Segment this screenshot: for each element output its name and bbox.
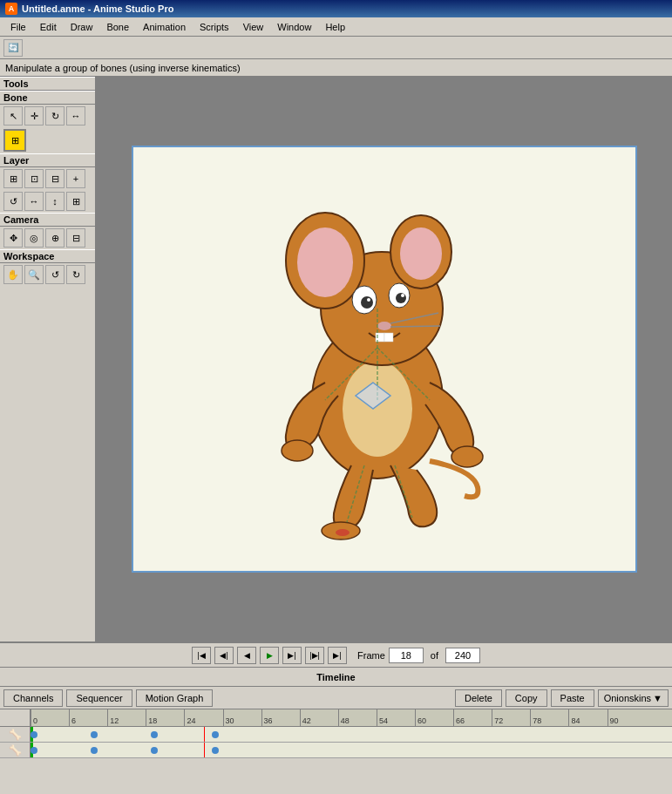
kf-2-3 [212,747,219,754]
tools-title: Tools [0,77,95,91]
camera-pan-btn[interactable]: ✥ [3,228,23,248]
select-bone-btn[interactable]: ↖ [3,106,23,126]
copy-btn[interactable]: Copy [506,689,547,707]
camera-zoom-btn[interactable]: ⊕ [45,228,64,248]
ruler-left [0,709,31,726]
main-content: Tools Bone ↖ ✛ ↻ ↔ ⊞ Layer ⊞ ⊡ ⊟ + ↺ ↔ ↕… [0,77,672,641]
ws-undo-btn[interactable]: ↺ [45,265,64,284]
menu-animation[interactable]: Animation [136,20,193,34]
tab-channels[interactable]: Channels [3,689,63,707]
menu-bone[interactable]: Bone [99,20,136,34]
next-keyframe-btn[interactable]: |▶| [305,647,324,664]
onionskins-btn[interactable]: Onionskins ▼ [598,689,669,707]
menu-scripts[interactable]: Scripts [193,20,236,34]
go-start-btn[interactable]: |◀ [192,647,211,664]
timeline-tabs: Channels Sequencer Motion Graph Delete C… [0,687,672,709]
status-text: Manipulate a group of bones (using inver… [5,63,241,73]
ruler-tick-72: 72 [492,709,503,726]
toolbar-rotate-btn[interactable]: 🔄 [3,39,23,57]
next-frame-btn[interactable]: ▶| [282,647,302,664]
ws-redo-btn[interactable]: ↻ [66,265,85,284]
svg-point-4 [297,227,353,297]
layer-new-btn[interactable]: + [66,169,85,188]
kf-2-2 [151,747,158,754]
bone-translate-btn[interactable]: ↔ [66,106,85,126]
layer-flip-v-btn[interactable]: ↕ [45,192,64,211]
layer-tools-row2: ↺ ↔ ↕ ⊞ [0,190,95,213]
bone-ik-btn[interactable]: ⊞ [3,129,26,152]
menu-window[interactable]: Window [270,20,318,34]
canvas-area [96,77,672,641]
total-frames-input[interactable] [445,648,480,663]
ws-zoom-btn[interactable]: 🔍 [24,265,44,284]
play-btn[interactable]: ▶ [260,647,279,664]
bone-tools-row: ↖ ✛ ↻ ↔ [0,105,95,127]
go-end-btn[interactable]: ▶| [328,647,347,664]
camera-tools-row: ✥ ◎ ⊕ ⊟ [0,227,95,249]
kf-2-1 [91,747,98,754]
svg-rect-15 [384,333,393,342]
layer-flip-h-btn[interactable]: ↔ [24,192,44,211]
kf-2-0 [31,747,37,754]
camera-section-title: Camera [0,213,95,227]
ws-pan-btn[interactable]: ✋ [3,265,23,284]
camera-reset-btn[interactable]: ⊟ [66,228,85,248]
camera-orbit-btn[interactable]: ◎ [24,228,44,248]
menu-file[interactable]: File [3,20,33,34]
prev-frame-btn[interactable]: ◀ [237,647,256,664]
kf-1-1 [91,731,98,738]
ruler-tick-42: 42 [300,709,311,726]
ruler-tick-6: 6 [69,709,76,726]
ruler-right: 061218243036424854606672788490 [31,709,672,726]
menu-draw[interactable]: Draw [64,20,100,34]
track-label-1: 🦴 [0,727,31,742]
svg-point-18 [282,440,313,461]
ruler-tick-90: 90 [608,709,619,726]
bone-transform-btn[interactable]: ✛ [24,106,44,126]
window-title: Untitled.anme - Anime Studio Pro [22,3,173,14]
layer-align-btn[interactable]: ⊞ [66,192,85,211]
ruler-tick-24: 24 [184,709,195,726]
layer-section-title: Layer [0,153,95,167]
timeline-tracks: 🦴 🦴 [0,727,672,758]
workspace-tools-row: ✋ 🔍 ↺ ↻ [0,263,95,286]
ruler-tick-84: 84 [568,709,580,726]
jerry-character [238,173,517,548]
menu-edit[interactable]: Edit [33,20,64,34]
layer-add-btn[interactable]: ⊞ [3,169,23,188]
delete-btn[interactable]: Delete [455,689,502,707]
playhead-1 [204,727,205,742]
ruler-tick-0: 0 [31,709,37,726]
ruler-tick-66: 66 [453,709,465,726]
kf-1-2 [151,731,158,738]
layer-copy-btn[interactable]: ⊡ [24,169,44,188]
track-content-2[interactable] [31,743,672,757]
menu-help[interactable]: Help [318,20,352,34]
toolbar-row: 🔄 [0,37,672,59]
paste-btn[interactable]: Paste [551,689,594,707]
bone-rotate-btn[interactable]: ↻ [45,106,64,126]
frame-input[interactable] [389,648,424,663]
left-panel: Tools Bone ↖ ✛ ↻ ↔ ⊞ Layer ⊞ ⊡ ⊟ + ↺ ↔ ↕… [0,77,96,641]
prev-keyframe-btn[interactable]: ◀| [214,647,234,664]
layer-group-btn[interactable]: ⊟ [45,169,64,188]
playhead-2 [204,743,205,757]
layer-rotate-btn[interactable]: ↺ [3,192,23,211]
svg-point-19 [451,446,483,467]
frame-label: Frame [357,650,385,661]
title-bar: A Untitled.anme - Anime Studio Pro [0,0,672,17]
bone-icon-1: 🦴 [9,729,22,741]
track-content-1[interactable] [31,727,672,742]
bone-section-title: Bone [0,91,95,105]
onionskins-label: Onionskins [604,693,651,703]
svg-point-9 [361,296,373,309]
menu-view[interactable]: View [236,20,271,34]
ruler-tick-18: 18 [146,709,157,726]
bone-icon-2: 🦴 [9,744,22,757]
track-row-2: 🦴 [0,743,672,758]
tab-sequencer[interactable]: Sequencer [66,689,132,707]
tab-motion-graph[interactable]: Motion Graph [136,689,214,707]
ruler-tick-48: 48 [338,709,350,726]
kf-1-0 [31,731,37,738]
bottom-section: |◀ ◀| ◀ ▶ ▶| |▶| ▶| Frame of Timeline Ch… [0,641,672,794]
